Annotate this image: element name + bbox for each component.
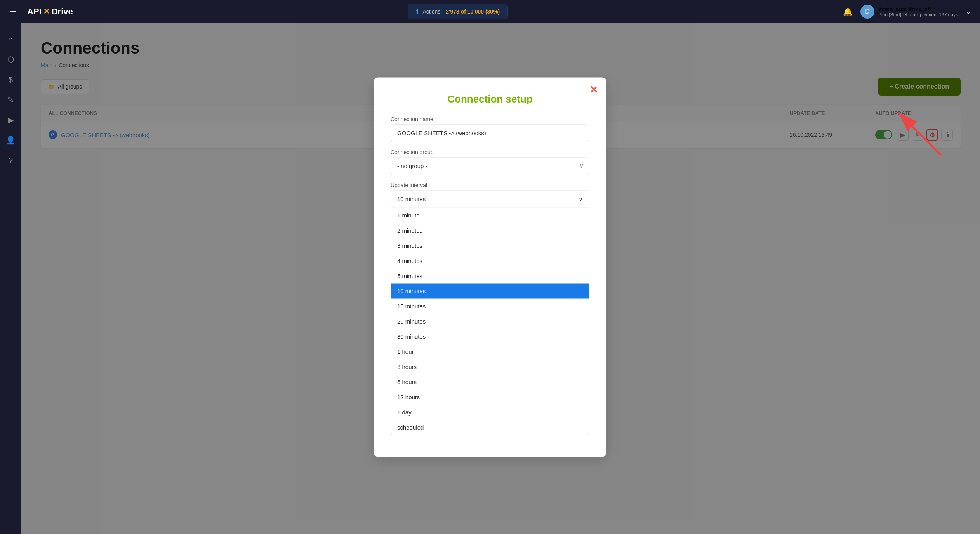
sidebar-item-billing[interactable]: $ (3, 71, 19, 88)
logo: API✕Drive (27, 7, 73, 17)
connection-group-select-wrap: - no group - ∨ (391, 157, 589, 174)
sidebar-item-user[interactable]: 👤 (3, 132, 19, 148)
dropdown-item-15min[interactable]: 15 minutes (391, 298, 589, 313)
dropdown-item-1day[interactable]: 1 day (391, 404, 589, 419)
sidebar-item-home[interactable]: ⌂ (3, 31, 19, 47)
dropdown-item-30min[interactable]: 30 minutes (391, 329, 589, 344)
update-interval-dropdown: 1 minute 2 minutes 3 minutes 4 minutes 5… (391, 207, 589, 435)
connection-group-label: Connection group (391, 149, 589, 155)
dropdown-item-12hours[interactable]: 12 hours (391, 389, 589, 404)
update-interval-label: Update interval (391, 182, 589, 188)
dropdown-item-1hour[interactable]: 1 hour (391, 344, 589, 359)
sidebar-item-connections[interactable]: ⬡ (3, 51, 19, 68)
dropdown-item-20min[interactable]: 20 minutes (391, 313, 589, 329)
nav-center: ℹ Actions: 2'973 of 10'000 (30%) (81, 4, 835, 19)
info-icon: ℹ (416, 7, 419, 16)
logo-api: API (27, 7, 42, 17)
sidebar-item-help[interactable]: ? (3, 152, 19, 169)
modal-close-button[interactable]: ✕ (589, 84, 598, 94)
dropdown-item-2min[interactable]: 2 minutes (391, 223, 589, 238)
dropdown-item-3hours[interactable]: 3 hours (391, 359, 589, 374)
connection-name-group: Connection name (391, 116, 589, 141)
user-info[interactable]: D demo_apix-drive_s4 Plan |Start| left u… (860, 5, 958, 19)
logo-x: ✕ (43, 7, 50, 17)
user-plan: Plan |Start| left until payment 197 days (878, 12, 958, 17)
logo-drive: Drive (52, 7, 73, 17)
nav-right: 🔔 D demo_apix-drive_s4 Plan |Start| left… (843, 5, 971, 19)
bell-icon[interactable]: 🔔 (843, 7, 853, 16)
hamburger-menu[interactable]: ☰ (9, 7, 16, 16)
modal-title: Connection setup (391, 93, 589, 105)
dropdown-item-4min[interactable]: 4 minutes (391, 253, 589, 268)
update-interval-trigger[interactable]: 10 minutes ∨ (391, 190, 589, 207)
connection-group-group: Connection group - no group - ∨ (391, 149, 589, 174)
dropdown-item-1min[interactable]: 1 minute (391, 207, 589, 223)
connection-name-label: Connection name (391, 116, 589, 122)
interval-chevron-icon: ∨ (579, 195, 583, 202)
update-interval-group: Update interval 10 minutes ∨ 1 minute 2 … (391, 182, 589, 435)
dropdown-item-scheduled[interactable]: scheduled (391, 419, 589, 435)
chevron-down-icon[interactable]: ⌄ (966, 8, 971, 16)
dropdown-item-3min[interactable]: 3 minutes (391, 238, 589, 253)
sidebar: ⌂ ⬡ $ ✎ ▶ 👤 ? (0, 23, 21, 534)
sidebar-item-media[interactable]: ▶ (3, 112, 19, 128)
top-navigation: ☰ API✕Drive ℹ Actions: 2'973 of 10'000 (… (0, 0, 980, 23)
actions-label: Actions: (422, 9, 442, 15)
connection-group-select[interactable]: - no group - (391, 157, 589, 174)
actions-count: 2'973 of 10'000 (30%) (446, 9, 500, 15)
connection-name-input[interactable] (391, 124, 589, 141)
sidebar-item-edit[interactable]: ✎ (3, 92, 19, 108)
avatar: D (860, 5, 874, 19)
dropdown-item-10min[interactable]: 10 minutes (391, 283, 589, 298)
connection-setup-modal: ✕ Connection setup Connection name Conne… (374, 77, 606, 457)
dropdown-item-6hours[interactable]: 6 hours (391, 374, 589, 389)
user-name: demo_apix-drive_s4 (878, 6, 958, 12)
update-interval-value: 10 minutes (397, 196, 426, 202)
dropdown-item-5min[interactable]: 5 minutes (391, 268, 589, 283)
user-details: demo_apix-drive_s4 Plan |Start| left unt… (878, 6, 958, 17)
actions-badge: ℹ Actions: 2'973 of 10'000 (30%) (408, 4, 508, 19)
